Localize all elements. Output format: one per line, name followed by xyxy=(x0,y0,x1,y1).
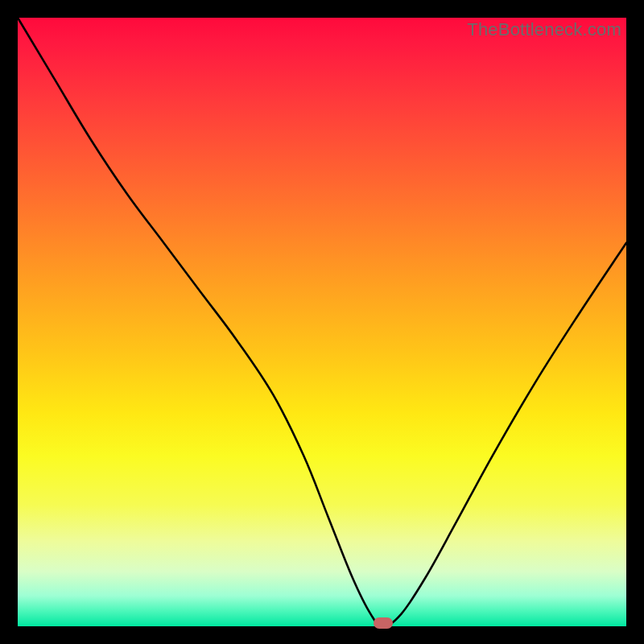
optimal-point-marker xyxy=(374,617,393,629)
plot-area: TheBottleneck.com xyxy=(18,18,626,626)
chart-frame: TheBottleneck.com xyxy=(0,0,644,644)
bottleneck-curve xyxy=(18,18,626,626)
